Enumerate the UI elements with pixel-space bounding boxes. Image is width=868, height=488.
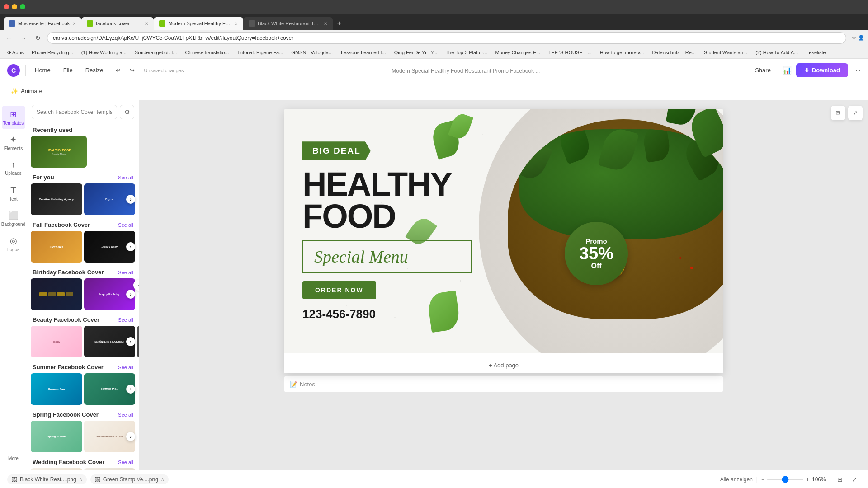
- fall-see-all[interactable]: See all: [118, 222, 133, 228]
- more-options-btn[interactable]: ⋯: [853, 66, 861, 75]
- template-spring-1[interactable]: Spring Is Here: [31, 421, 82, 452]
- back-btn[interactable]: ←: [4, 33, 14, 43]
- template-beauty-1[interactable]: beauty: [31, 326, 82, 357]
- spring-see-all[interactable]: See all: [118, 412, 133, 418]
- template-wedding-2[interactable]: [84, 468, 136, 470]
- zoom-minus[interactable]: −: [761, 476, 764, 483]
- sidebar-item-more[interactable]: ··· More: [2, 441, 25, 465]
- bookmark-11[interactable]: LEE 'S HOUSE—...: [545, 49, 595, 56]
- tab-favicon: [159, 20, 165, 27]
- beauty-see-all[interactable]: See all: [118, 317, 133, 323]
- tab-healthy-food[interactable]: Modern Special Healthy Food... ✕: [154, 17, 243, 30]
- notes-btn[interactable]: 📝 Notes: [290, 381, 315, 388]
- copy-design-btn[interactable]: ⧉: [831, 106, 845, 120]
- template-fall-1[interactable]: October: [31, 231, 82, 263]
- sidebar-item-logos[interactable]: ◎ Logos: [2, 232, 25, 256]
- tab-close-btn[interactable]: ✕: [234, 21, 238, 26]
- design-canvas[interactable]: Promo 35% Off BIG DEAL HEALTHY FOOD: [284, 109, 723, 373]
- file-close-2[interactable]: ∧: [161, 477, 164, 482]
- bookmark-6[interactable]: GMSN - Vologda...: [288, 49, 336, 56]
- bookmark-5[interactable]: Tutorial: Eigene Fa...: [234, 49, 287, 56]
- tab-close-btn[interactable]: ✕: [72, 21, 76, 26]
- birthday-see-all[interactable]: See all: [118, 270, 133, 275]
- bookmark-3[interactable]: Sonderangebot: I...: [131, 49, 181, 56]
- canva-logo[interactable]: C: [7, 64, 20, 77]
- footer-file-2[interactable]: 🖼 Green Stamp Ve....png ∧: [90, 474, 169, 484]
- for-you-see-all[interactable]: See all: [118, 175, 133, 180]
- bookmark-apps[interactable]: ⬗ Apps: [4, 48, 27, 56]
- template-panel: ⚙ Recently used HEALTHY FOOD Special Men…: [27, 100, 139, 470]
- for-you-header: For you See all: [27, 171, 139, 183]
- bookmark-10[interactable]: Money Changes E...: [492, 49, 544, 56]
- tab-musterseite[interactable]: Musterseite | Facebook ✕: [4, 17, 81, 30]
- bookmark-8[interactable]: Qing Fei De Yi - Y...: [391, 49, 441, 56]
- bookmark-4[interactable]: Chinese translatio...: [181, 49, 232, 56]
- tab-facebook-cover[interactable]: facebook cover ✕: [81, 17, 154, 30]
- template-wedding-1[interactable]: Wedding: [31, 468, 82, 470]
- spring-next-btn[interactable]: ›: [126, 432, 135, 441]
- fall-next-btn[interactable]: ›: [126, 242, 135, 251]
- tab-black-white[interactable]: Black White Restaurant Typo... ✕: [243, 17, 333, 30]
- template-bday-1[interactable]: [31, 278, 82, 310]
- bookmark-15[interactable]: (2) How To Add A...: [752, 49, 802, 56]
- template-summer-1[interactable]: Summer Fun: [31, 373, 82, 405]
- zoom-plus[interactable]: +: [806, 476, 809, 483]
- wedding-row: Wedding ›: [27, 468, 139, 470]
- summer-next-btn[interactable]: ›: [126, 385, 135, 394]
- bookmark-9[interactable]: The Top 3 Platfor...: [442, 49, 491, 56]
- download-btn[interactable]: ⬇ Download: [796, 63, 848, 77]
- bookmark-1[interactable]: Phone Recycling...: [28, 49, 77, 56]
- bookmark-16[interactable]: Leseliste: [802, 49, 829, 56]
- undo-btn[interactable]: ↩: [112, 65, 124, 75]
- bookmark-14[interactable]: Student Wants an...: [700, 49, 751, 56]
- special-menu-box[interactable]: Special Menu: [302, 240, 472, 273]
- animate-btn[interactable]: ✨ Animate: [7, 86, 46, 96]
- address-input[interactable]: [47, 32, 846, 44]
- tab-close-btn[interactable]: ✕: [145, 21, 148, 26]
- alle-anzeigen-link[interactable]: Alle anzeigen: [720, 476, 753, 483]
- sidebar-item-text[interactable]: T Text: [2, 181, 25, 205]
- profile-icon[interactable]: 👤: [858, 35, 864, 41]
- beauty-next-btn[interactable]: ›: [126, 337, 135, 346]
- footer-file-1[interactable]: 🖼 Black White Rest....png ∧: [7, 474, 87, 484]
- zoom-slider[interactable]: [767, 479, 803, 480]
- file-close-1[interactable]: ∧: [79, 477, 82, 482]
- search-input[interactable]: [32, 105, 117, 119]
- big-deal-container[interactable]: BIG DEAL: [302, 141, 528, 160]
- summer-see-all[interactable]: See all: [118, 365, 133, 370]
- refresh-btn[interactable]: ↻: [33, 33, 43, 43]
- for-you-next-btn[interactable]: ›: [126, 195, 135, 204]
- fullscreen-btn[interactable]: ⤢: [848, 473, 861, 486]
- analytics-icon[interactable]: 📊: [783, 66, 792, 75]
- new-tab-btn[interactable]: +: [333, 17, 345, 30]
- file-btn[interactable]: File: [60, 65, 76, 75]
- bookmark-2[interactable]: (1) How Working a...: [78, 49, 130, 56]
- expand-btn[interactable]: ⤢: [848, 106, 863, 120]
- filter-btn[interactable]: ⚙: [120, 105, 134, 119]
- bookmark-7[interactable]: Lessons Learned f...: [337, 49, 390, 56]
- wedding-see-all[interactable]: See all: [118, 460, 133, 465]
- order-now-btn[interactable]: ORDER NOW: [302, 281, 376, 299]
- phone-number: 123-456-7890: [302, 307, 528, 321]
- bookmark-12[interactable]: How to get more v...: [596, 49, 648, 56]
- resize-btn[interactable]: Resize: [82, 65, 107, 75]
- recently-used-grid: HEALTHY FOOD Special Menu: [27, 136, 139, 168]
- sidebar-item-elements[interactable]: ✦ Elements: [2, 131, 25, 155]
- add-page-btn[interactable]: + Add page: [284, 357, 723, 373]
- sidebar-item-uploads[interactable]: ↑ Uploads: [2, 156, 25, 179]
- main-content: ⊞ Templates ✦ Elements ↑ Uploads T Text …: [0, 100, 868, 470]
- home-btn[interactable]: Home: [31, 65, 54, 75]
- sidebar-item-templates[interactable]: ⊞ Templates: [2, 106, 25, 129]
- redo-btn[interactable]: ↪: [126, 65, 138, 75]
- birthday-next-btn[interactable]: ›: [126, 290, 135, 299]
- share-btn[interactable]: Share: [748, 64, 778, 76]
- template-for-you-1[interactable]: Creative Marketing Agency: [31, 183, 82, 215]
- bookmark-13[interactable]: Datenschutz – Re...: [648, 49, 699, 56]
- tab-close-btn[interactable]: ✕: [324, 21, 327, 26]
- sidebar-item-background[interactable]: ⬜ Background: [2, 207, 25, 230]
- forward-btn[interactable]: →: [18, 33, 29, 43]
- star-icon[interactable]: ☆: [852, 35, 856, 41]
- beauty-section: Beauty Facebook Cover See all beauty SCH…: [27, 314, 139, 357]
- grid-view-btn[interactable]: ⊞: [834, 473, 846, 486]
- template-recent-1[interactable]: HEALTHY FOOD Special Menu: [31, 136, 87, 168]
